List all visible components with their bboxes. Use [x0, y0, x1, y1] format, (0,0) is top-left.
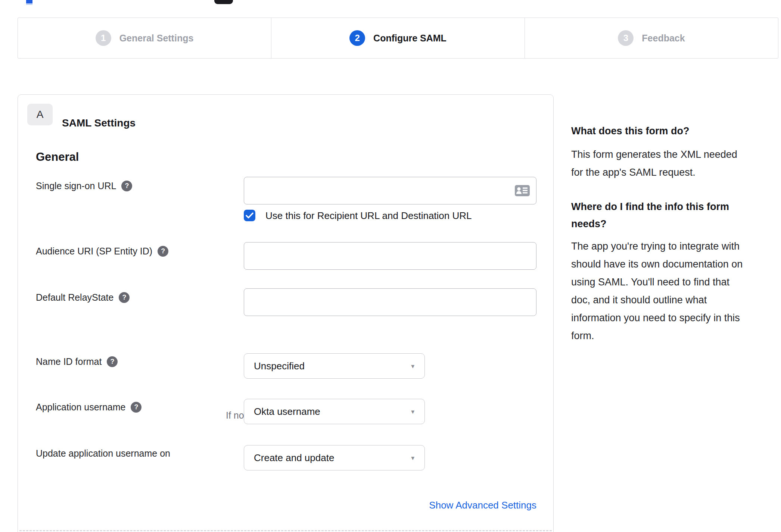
name-id-control: Unspecified ▼: [244, 353, 425, 379]
name-id-help-icon[interactable]: ?: [107, 356, 118, 367]
app-username-control: Okta username ▼: [244, 399, 425, 424]
update-username-select[interactable]: Create and update ▼: [244, 445, 425, 470]
relay-state-input[interactable]: [244, 288, 536, 316]
clipped-blue-tab-fragment-light: [26, 3, 32, 5]
name-id-label: Name ID format: [36, 356, 102, 367]
step-3-number-badge: 3: [618, 30, 634, 46]
contact-card-icon[interactable]: [515, 185, 530, 196]
update-username-control: Create and update ▼: [244, 445, 425, 470]
step-feedback[interactable]: 3 Feedback: [525, 18, 778, 58]
panel-title: SAML Settings: [62, 112, 136, 134]
step-general-settings[interactable]: 1 General Settings: [18, 18, 271, 58]
sso-url-input[interactable]: [244, 177, 536, 204]
app-username-selected-value: Okta username: [254, 406, 320, 417]
step-1-number-badge: 1: [96, 30, 111, 46]
name-id-format-select[interactable]: Unspecified ▼: [244, 353, 425, 379]
step-2-number-badge: 2: [349, 30, 365, 46]
wizard-stepper: 1 General Settings 2 Configure SAML 3 Fe…: [18, 18, 778, 59]
relay-state-control: [244, 288, 536, 316]
relay-state-row: Default RelayState ?: [36, 288, 536, 316]
sso-url-label: Single sign-on URL: [36, 181, 116, 191]
step-3-label: Feedback: [642, 33, 685, 44]
sso-help-icon[interactable]: ?: [121, 181, 132, 191]
sidebar-answer-2: The app you're trying to integrate with …: [571, 237, 743, 345]
sidebar-question-2: Where do I find the info this form needs…: [571, 198, 729, 232]
step-2-label: Configure SAML: [373, 33, 446, 44]
sidebar-question-1: What does this form do?: [571, 122, 690, 140]
step-configure-saml[interactable]: 2 Configure SAML: [271, 18, 525, 58]
app-username-label-group: Application username ?: [36, 402, 141, 413]
audience-uri-label-group: Audience URI (SP Entity ID) ?: [36, 246, 168, 257]
app-username-label: Application username: [36, 402, 125, 413]
general-section-heading: General: [36, 150, 79, 164]
update-username-label: Update application username on: [36, 448, 170, 459]
audience-uri-input[interactable]: [244, 242, 536, 270]
relay-state-label: Default RelayState: [36, 292, 113, 303]
sso-url-row: Single sign-on URL ?: [36, 177, 536, 204]
name-id-selected-value: Unspecified: [254, 360, 305, 372]
recipient-url-checkbox[interactable]: [244, 210, 255, 221]
clipped-blue-tab-fragment: [26, 0, 32, 3]
step-1-label: General Settings: [119, 33, 194, 44]
audience-uri-label: Audience URI (SP Entity ID): [36, 246, 152, 257]
name-id-label-group: Name ID format ?: [36, 356, 118, 367]
section-dashed-divider: [19, 530, 552, 531]
recipient-url-checkbox-row: Use this for Recipient URL and Destinati…: [36, 210, 536, 222]
show-advanced-settings-link[interactable]: Show Advanced Settings: [429, 500, 536, 511]
checkmark-icon: [246, 212, 253, 219]
chevron-down-icon: ▼: [410, 409, 416, 415]
audience-uri-row: Audience URI (SP Entity ID) ?: [36, 242, 536, 270]
app-username-help-icon[interactable]: ?: [131, 402, 141, 413]
relay-state-label-group: Default RelayState ?: [36, 292, 130, 303]
recipient-url-checkbox-label[interactable]: Use this for Recipient URL and Destinati…: [265, 210, 472, 222]
saml-settings-panel: A SAML Settings General Single sign-on U…: [18, 94, 554, 532]
update-username-selected-value: Create and update: [254, 452, 334, 464]
chevron-down-icon: ▼: [410, 455, 416, 461]
sso-url-control: [244, 177, 536, 204]
audience-uri-control: [244, 242, 536, 270]
relay-help-icon[interactable]: ?: [119, 292, 130, 303]
advanced-settings-row: Show Advanced Settings: [36, 500, 536, 511]
clipped-logo-fragment: [214, 0, 233, 4]
sso-url-label-group: Single sign-on URL ?: [36, 181, 132, 191]
chevron-down-icon: ▼: [410, 363, 416, 369]
section-a-badge: A: [27, 104, 53, 125]
sidebar-answer-1: This form generates the XML needed for t…: [571, 145, 737, 181]
update-username-label-group: Update application username on: [36, 448, 170, 459]
application-username-select[interactable]: Okta username ▼: [244, 399, 425, 424]
audience-help-icon[interactable]: ?: [158, 246, 168, 257]
